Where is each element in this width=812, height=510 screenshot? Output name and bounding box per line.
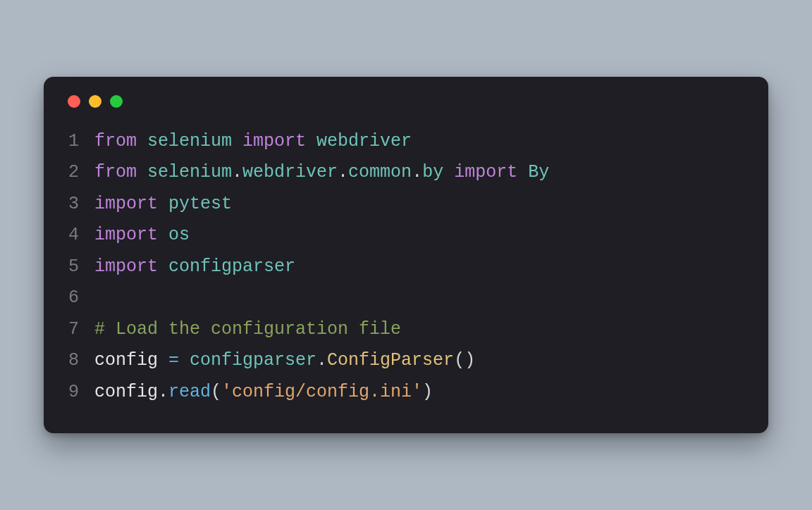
code-window: 1from selenium import webdriver2from sel…: [44, 77, 768, 434]
traffic-lights: [68, 95, 747, 108]
code-line: 3import pytest: [65, 189, 747, 220]
token: configparser: [168, 256, 295, 277]
token: ConfigParser: [327, 350, 454, 371]
token: .: [316, 350, 327, 371]
token: configparser: [190, 350, 316, 371]
line-number: 2: [65, 157, 94, 189]
token: by: [422, 162, 454, 182]
line-source: from selenium import webdriver: [94, 126, 747, 158]
token: webdriver: [316, 131, 412, 151]
token: pytest: [168, 194, 232, 214]
line-number: 3: [65, 189, 94, 220]
code-line: 4import os: [65, 220, 747, 251]
token: from: [94, 162, 147, 182]
minimize-icon[interactable]: [89, 95, 102, 108]
line-number: 5: [65, 251, 94, 283]
line-number: 4: [65, 220, 94, 251]
token: config: [94, 382, 158, 402]
line-source: import configparser: [94, 251, 747, 283]
line-source: config.read('config/config.ini'): [94, 377, 747, 409]
line-source: config = configparser.ConfigParser(): [94, 345, 747, 377]
code-line: 1from selenium import webdriver: [65, 126, 747, 158]
line-number: 8: [65, 345, 94, 377]
line-number: 7: [65, 314, 94, 346]
token: config: [94, 350, 168, 371]
token: By: [528, 162, 549, 182]
token: from: [94, 131, 147, 151]
token: import: [454, 162, 528, 182]
line-number: 6: [65, 282, 94, 314]
code-block: 1from selenium import webdriver2from sel…: [65, 126, 747, 409]
token: .: [158, 382, 168, 402]
close-icon[interactable]: [68, 95, 80, 108]
token: 'config/config.ini': [221, 382, 422, 402]
token: [94, 287, 105, 308]
token: import: [94, 194, 168, 214]
token: selenium: [147, 162, 232, 182]
token: import: [94, 256, 168, 277]
code-line: 2from selenium.webdriver.common.by impor…: [65, 157, 747, 189]
token: selenium: [147, 131, 242, 151]
line-number: 1: [65, 126, 94, 158]
token: common: [348, 162, 412, 182]
line-source: # Load the configuration file: [94, 314, 747, 346]
token: import: [94, 225, 168, 245]
line-source: import pytest: [94, 189, 747, 220]
line-source: from selenium.webdriver.common.by import…: [94, 157, 747, 189]
code-line: 5import configparser: [65, 251, 747, 283]
token: import: [242, 131, 316, 151]
line-number: 9: [65, 377, 94, 409]
token: read: [168, 382, 211, 402]
code-line: 9config.read('config/config.ini'): [65, 377, 747, 409]
token: os: [168, 225, 190, 245]
token: (): [454, 350, 475, 371]
line-source: [94, 282, 747, 314]
code-line: 6: [65, 282, 747, 314]
token: (: [211, 382, 221, 402]
token: .: [338, 162, 348, 182]
code-line: 7# Load the configuration file: [65, 314, 747, 346]
token: ): [422, 382, 433, 402]
token: .: [232, 162, 242, 182]
token: webdriver: [242, 162, 338, 182]
zoom-icon[interactable]: [110, 95, 123, 108]
token: # Load the configuration file: [94, 319, 401, 340]
code-line: 8config = configparser.ConfigParser(): [65, 345, 747, 377]
line-source: import os: [94, 220, 747, 251]
token: =: [168, 350, 190, 371]
token: .: [412, 162, 422, 182]
